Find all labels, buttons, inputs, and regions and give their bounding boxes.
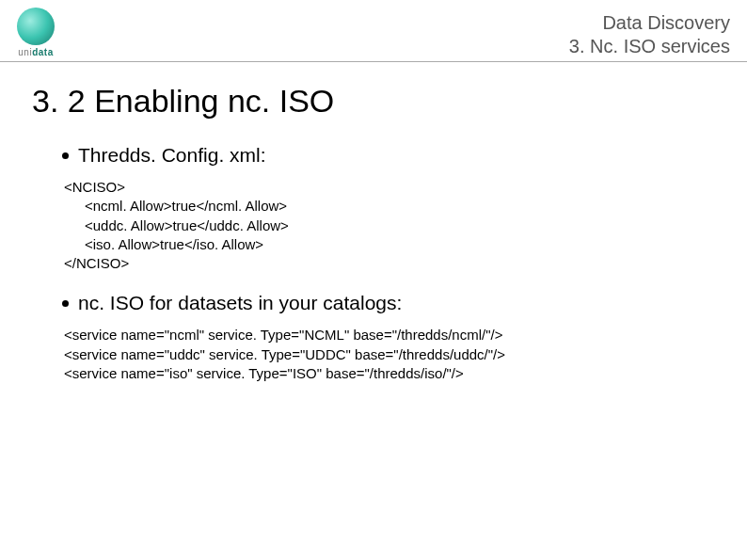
logo: unidata bbox=[17, 8, 55, 57]
code-line: <service name="iso" service. Type="ISO" … bbox=[64, 364, 715, 383]
bullet-item: Thredds. Config. xml: bbox=[62, 144, 715, 167]
bullet-text: nc. ISO for datasets in your catalogs: bbox=[78, 292, 402, 314]
code-line: <service name="ncml" service. Type="NCML… bbox=[64, 326, 715, 344]
logo-graphic bbox=[17, 8, 55, 45]
header-line2: 3. Nc. ISO services bbox=[569, 35, 730, 58]
code-block-1: <NCISO> <ncml. Allow>true</ncml. Allow> … bbox=[64, 178, 715, 273]
code-line: <service name="uddc" service. Type="UDDC… bbox=[64, 345, 715, 364]
code-line: <uddc. Allow>true</uddc. Allow> bbox=[64, 216, 715, 235]
code-block-2: <service name="ncml" service. Type="NCML… bbox=[64, 326, 715, 383]
logo-text-right: data bbox=[32, 47, 54, 57]
code-line: </NCISO> bbox=[64, 254, 715, 273]
bullet-dot-icon bbox=[62, 300, 69, 307]
code-line: <iso. Allow>true</iso. Allow> bbox=[64, 235, 715, 254]
header-right: Data Discovery 3. Nc. ISO services bbox=[569, 8, 730, 58]
header-line1: Data Discovery bbox=[569, 11, 730, 35]
code-line: <ncml. Allow>true</ncml. Allow> bbox=[64, 197, 715, 216]
bullet-item: nc. ISO for datasets in your catalogs: bbox=[62, 292, 715, 314]
slide-content: 3. 2 Enabling nc. ISO Thredds. Config. x… bbox=[0, 62, 747, 383]
page-title: 3. 2 Enabling nc. ISO bbox=[32, 83, 715, 120]
bullet-dot-icon bbox=[62, 152, 69, 159]
bullet-text: Thredds. Config. xml: bbox=[78, 144, 266, 167]
code-line: <NCISO> bbox=[64, 178, 715, 197]
slide-header: unidata Data Discovery 3. Nc. ISO servic… bbox=[0, 0, 747, 62]
logo-text: unidata bbox=[18, 47, 53, 57]
logo-text-left: uni bbox=[18, 47, 32, 57]
